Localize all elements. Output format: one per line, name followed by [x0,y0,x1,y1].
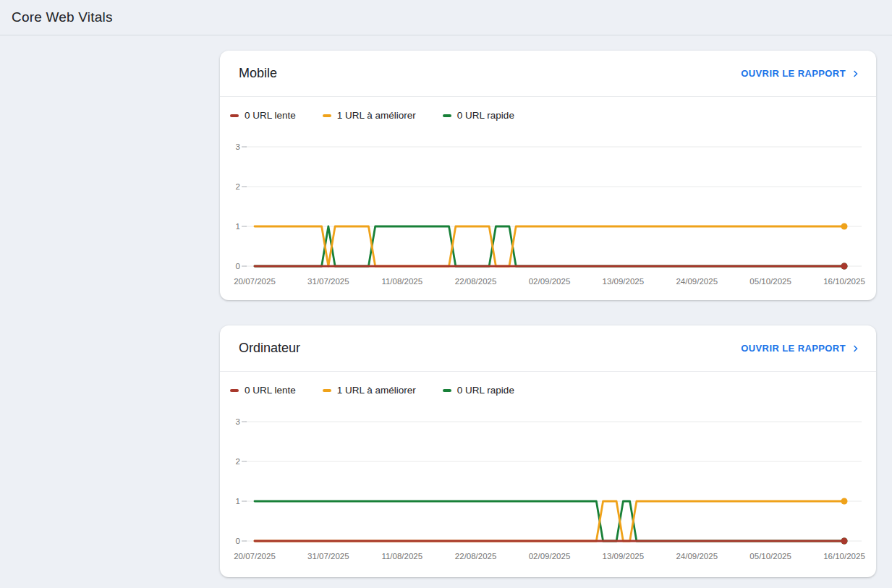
open-report-label: OUVRIR LE RAPPORT [741,343,846,354]
y-tick-label: 3 [236,142,240,151]
legend-item-slow: 0 URL lente [230,385,296,396]
legend-item-needs-improvement: 1 URL à améliorer [323,385,416,396]
x-tick-label: 31/07/2025 [307,552,349,561]
card-desktop-header: Ordinateur OUVRIR LE RAPPORT [220,325,876,371]
series-line-1 [255,226,844,266]
page-header: Core Web Vitals [0,0,892,35]
x-tick-label: 02/09/2025 [529,277,571,286]
x-tick-label: 20/07/2025 [234,277,276,286]
series-end-dot-0 [841,263,848,270]
series-end-dot-1 [841,498,848,505]
chevron-right-icon [849,342,862,355]
x-tick-label: 13/09/2025 [603,552,645,561]
x-tick-label: 11/08/2025 [381,552,422,561]
legend-item-needs-improvement: 1 URL à améliorer [323,110,416,121]
legend-item-fast: 0 URL rapide [443,385,514,396]
needs-improvement-series-dash-icon [323,114,331,117]
y-tick-label: 0 [236,537,240,545]
x-tick-label: 13/09/2025 [603,277,645,286]
legend-mobile: 0 URL lente 1 URL à améliorer 0 URL rapi… [220,97,876,121]
slow-series-dash-icon [230,389,239,392]
card-desktop: Ordinateur OUVRIR LE RAPPORT 0 URL lente… [220,325,876,577]
card-mobile-header: Mobile OUVRIR LE RAPPORT [220,51,876,96]
x-tick-label: 05/10/2025 [749,552,791,561]
needs-improvement-series-dash-icon [323,389,331,392]
y-tick-label: 2 [236,182,240,191]
legend-item-slow: 0 URL lente [230,110,296,121]
x-tick-label: 24/09/2025 [676,277,718,286]
x-tick-label: 31/07/2025 [307,277,349,286]
y-tick-label: 3 [236,417,240,426]
fast-series-dash-icon [443,114,451,117]
cwv-chart-desktop: 012320/07/202531/07/202511/08/202522/08/… [232,414,868,570]
card-title-mobile: Mobile [239,66,277,81]
chevron-right-icon [849,67,862,80]
legend-item-fast: 0 URL rapide [443,110,514,121]
legend-label: 1 URL à améliorer [337,110,416,121]
x-tick-label: 16/10/2025 [823,552,865,561]
legend-label: 0 URL rapide [457,385,514,396]
series-line-1 [255,501,844,541]
x-tick-label: 22/08/2025 [455,277,497,286]
series-end-dot-1 [841,223,848,230]
x-tick-label: 11/08/2025 [381,277,422,286]
y-tick-label: 1 [236,222,240,231]
y-tick-label: 0 [236,262,240,270]
open-report-label: OUVRIR LE RAPPORT [741,68,846,79]
y-tick-label: 2 [236,457,240,466]
legend-label: 0 URL lente [245,385,296,396]
x-tick-label: 05/10/2025 [749,277,791,286]
cwv-chart-mobile: 012320/07/202531/07/202511/08/202522/08/… [232,140,868,295]
legend-label: 1 URL à améliorer [337,385,416,396]
page-title: Core Web Vitals [0,0,892,25]
slow-series-dash-icon [230,114,239,117]
x-tick-label: 16/10/2025 [823,277,865,286]
legend-label: 0 URL rapide [457,110,514,121]
series-end-dot-0 [841,538,848,545]
y-tick-label: 1 [236,497,240,506]
fast-series-dash-icon [443,389,451,392]
card-title-desktop: Ordinateur [239,341,300,356]
legend-desktop: 0 URL lente 1 URL à améliorer 0 URL rapi… [220,372,876,396]
x-tick-label: 22/08/2025 [455,552,497,561]
x-tick-label: 24/09/2025 [676,552,718,561]
legend-label: 0 URL lente [245,110,296,121]
series-line-2 [255,226,844,266]
x-tick-label: 20/07/2025 [234,552,276,561]
x-tick-label: 02/09/2025 [529,552,571,561]
card-mobile: Mobile OUVRIR LE RAPPORT 0 URL lente 1 U… [220,51,876,300]
open-report-link-desktop[interactable]: OUVRIR LE RAPPORT [741,342,862,355]
series-line-2 [255,501,844,541]
open-report-link-mobile[interactable]: OUVRIR LE RAPPORT [741,67,862,80]
